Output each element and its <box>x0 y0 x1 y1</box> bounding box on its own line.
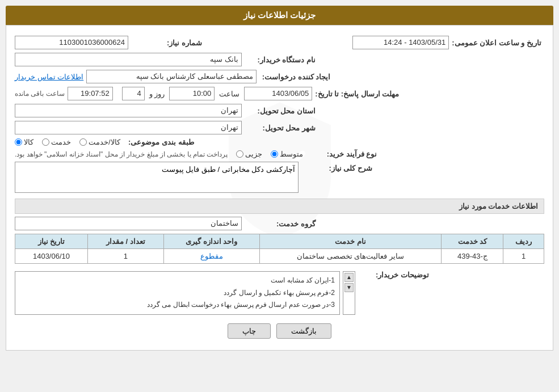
button-row: بازگشت چاپ <box>15 323 544 344</box>
services-table-container: ردیف کد خدمت نام خدمت واحد اندازه گیری ت… <box>15 234 544 264</box>
description-label: شرح کلی نیاز: <box>301 162 375 172</box>
deadline-days-label: روز و <box>148 90 167 98</box>
province-label: استان محل تحویل: <box>245 107 318 115</box>
print-button[interactable]: چاپ <box>228 323 271 339</box>
col-header-quantity: تعداد / مقدار <box>88 234 164 249</box>
scroll-down-btn[interactable]: ▼ <box>344 283 354 292</box>
service-group-label: گروه خدمت: <box>245 220 318 228</box>
announce-date-label: تاریخ و ساعت اعلان عمومی: <box>452 39 544 47</box>
service-group-value: ساختمان <box>15 217 242 230</box>
note-line-3: 3-در صورت عدم ارسال فرم پرسش بهاء درخواس… <box>20 299 335 311</box>
page-title: جزئیات اطلاعات نیاز <box>6 6 553 25</box>
deadline-date: 1403/06/05 <box>244 87 312 100</box>
col-header-row: ردیف <box>503 234 544 249</box>
need-number-label: شماره نیاز: <box>131 39 205 47</box>
buyer-org-label: نام دستگاه خریدار: <box>245 56 318 64</box>
category-khadamat[interactable]: خدمت <box>42 138 71 146</box>
cell-code: ج-43-439 <box>442 249 503 264</box>
cell-row: 1 <box>503 249 544 264</box>
deadline-time-label: ساعت <box>217 90 241 98</box>
process-note: پرداخت تمام یا بخشی از مبلغ خریدار از مح… <box>15 150 228 158</box>
services-header: اطلاعات خدمات مورد نیاز <box>15 199 544 214</box>
remaining-label: ساعت باقی مانده <box>15 90 65 98</box>
deadline-remaining: 19:07:52 <box>68 87 113 100</box>
col-header-code: کد خدمت <box>442 234 503 249</box>
buyer-notes-label: توضیحات خریدار: <box>358 268 432 279</box>
col-header-unit: واحد اندازه گیری <box>163 234 259 249</box>
creator-label: ایجاد کننده درخواست: <box>259 73 333 81</box>
buyer-org-value: بانک سپه <box>15 53 242 66</box>
announce-date-value: 1403/05/31 - 14:24 <box>352 36 449 49</box>
cell-name: سایر فعالیت‌های تخصصی ساختمان <box>259 249 442 264</box>
city-value: تهران <box>15 121 242 134</box>
scroll-up-btn[interactable]: ▲ <box>344 273 354 282</box>
province-value: تهران <box>15 104 242 117</box>
category-label: طبقه بندی موضوعی: <box>123 138 197 146</box>
cell-unit: مقطوع <box>163 249 259 264</box>
process-motavasset[interactable]: متوسط <box>271 150 303 158</box>
buyer-notes-content: 1-ایران کد مشابه است 2-فرم پرسش بهاء تکم… <box>15 271 340 315</box>
services-table: ردیف کد خدمت نام خدمت واحد اندازه گیری ت… <box>15 234 544 264</box>
category-radio-group: کالا/خدمت خدمت کالا <box>15 138 120 146</box>
category-kala-khadamat[interactable]: کالا/خدمت <box>79 138 120 146</box>
notes-scrollbar[interactable]: ▲ ▼ <box>343 271 355 315</box>
process-jozi[interactable]: جزیی <box>236 150 262 158</box>
note-line-1: 1-ایران کد مشابه است <box>20 275 335 287</box>
cell-quantity: 1 <box>88 249 164 264</box>
creator-value: مصطفی عباسعلی کارشناس بانک سپه <box>86 70 257 83</box>
back-button[interactable]: بازگشت <box>276 323 331 339</box>
buyer-contact-link[interactable]: اطلاعات تماس خریدار <box>15 73 83 81</box>
col-header-date: تاریخ نیاز <box>15 234 88 249</box>
col-header-name: نام خدمت <box>259 234 442 249</box>
deadline-days: 4 <box>122 87 145 100</box>
process-label: نوع فرآیند خرید: <box>306 150 380 158</box>
table-row: 1 ج-43-439 سایر فعالیت‌های تخصصی ساختمان… <box>15 249 544 264</box>
category-kala[interactable]: کالا <box>15 138 33 146</box>
deadline-label: مهلت ارسال پاسخ: تا تاریخ: <box>315 90 402 98</box>
description-textarea[interactable]: آچارکشی دکل مخابراتی / طبق فایل پیوست <box>15 162 299 193</box>
city-label: شهر محل تحویل: <box>245 124 318 132</box>
need-number-value: 1103001036000624 <box>15 36 128 49</box>
note-line-2: 2-فرم پرسش بهاء تکمیل و ارسال گردد <box>20 287 335 300</box>
process-radio-group: متوسط جزیی <box>236 150 303 158</box>
deadline-time: 10:00 <box>169 87 215 100</box>
cell-date: 1403/06/10 <box>15 249 88 264</box>
